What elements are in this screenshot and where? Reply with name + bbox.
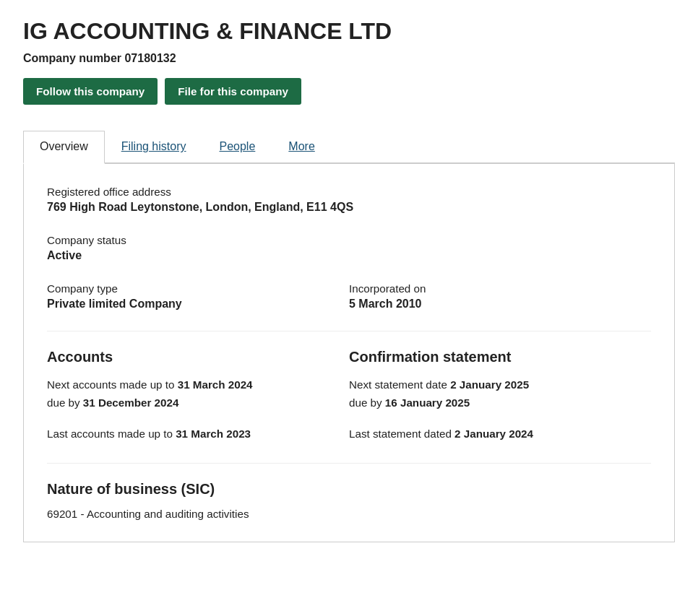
registered-office-value: 769 High Road Leytonstone, London, Engla… — [47, 201, 651, 214]
nature-value: 69201 - Accounting and auditing activiti… — [47, 508, 651, 520]
type-incorporated-section: Company type Private limited Company Inc… — [47, 282, 651, 311]
company-type-label: Company type — [47, 282, 349, 295]
incorporated-label: Incorporated on — [349, 282, 651, 295]
company-title: IG ACCOUNTING & FINANCE LTD — [23, 17, 675, 45]
company-type-col: Company type Private limited Company — [47, 282, 349, 311]
company-status-label: Company status — [47, 234, 651, 246]
confirmation-col: Confirmation statement Next statement da… — [349, 349, 651, 446]
nature-of-business-section: Nature of business (SIC) 69201 - Account… — [47, 481, 651, 520]
registered-office-section: Registered office address 769 High Road … — [47, 186, 651, 214]
button-group: Follow this company File for this compan… — [23, 78, 675, 105]
tab-overview[interactable]: Overview — [23, 131, 105, 164]
accounts-heading: Accounts — [47, 349, 349, 365]
confirmation-due: due by 16 January 2025 — [349, 396, 651, 409]
file-for-company-button[interactable]: File for this company — [165, 78, 301, 105]
accounts-confirmation-section: Accounts Next accounts made up to 31 Mar… — [47, 349, 651, 446]
accounts-last: Last accounts made up to 31 March 2023 — [47, 428, 349, 440]
confirmation-next: Next statement date 2 January 2025 — [349, 378, 651, 391]
divider-2 — [47, 463, 651, 464]
confirmation-last: Last statement dated 2 January 2024 — [349, 428, 651, 440]
tab-filing-history[interactable]: Filing history — [105, 131, 203, 162]
company-status-value: Active — [47, 249, 651, 262]
company-status-section: Company status Active — [47, 234, 651, 262]
nature-heading: Nature of business (SIC) — [47, 481, 651, 498]
incorporated-value: 5 March 2010 — [349, 298, 651, 311]
accounts-next: Next accounts made up to 31 March 2024 — [47, 378, 349, 391]
tab-people[interactable]: People — [203, 131, 272, 162]
tabs: Overview Filing history People More — [23, 131, 675, 164]
accounts-col: Accounts Next accounts made up to 31 Mar… — [47, 349, 349, 446]
accounts-due: due by 31 December 2024 — [47, 396, 349, 409]
follow-company-button[interactable]: Follow this company — [23, 78, 158, 105]
registered-office-label: Registered office address — [47, 186, 651, 198]
company-type-value: Private limited Company — [47, 298, 349, 311]
tab-more[interactable]: More — [272, 131, 331, 162]
overview-content: Registered office address 769 High Road … — [23, 164, 675, 542]
incorporated-col: Incorporated on 5 March 2010 — [349, 282, 651, 311]
company-number: Company number 07180132 — [23, 52, 675, 65]
divider-1 — [47, 331, 651, 331]
confirmation-heading: Confirmation statement — [349, 349, 651, 365]
